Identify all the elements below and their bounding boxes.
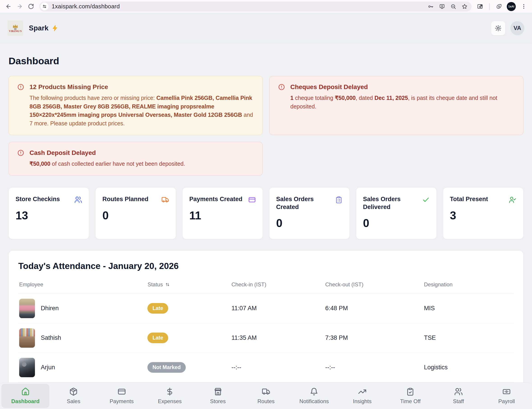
- browser-menu-button[interactable]: [518, 1, 529, 12]
- checkin-time: --:--: [231, 364, 325, 371]
- stat-label: Sales Orders Delivered: [363, 195, 419, 211]
- stat-sales-orders-delivered: Sales Orders Delivered 0: [356, 187, 436, 239]
- logo-text: VIKING'S: [9, 29, 22, 33]
- bottom-nav: Dashboard Sales Payments Expenses Stores…: [0, 382, 532, 409]
- nav-label: Notifications: [299, 398, 329, 404]
- crown-icon: [11, 23, 20, 30]
- forward-icon: [17, 3, 23, 9]
- nav-item-staff[interactable]: Staff: [434, 384, 482, 408]
- nav-item-expenses[interactable]: Expenses: [146, 384, 194, 408]
- app-header: VIKING'S Spark VA: [0, 13, 532, 43]
- stat-label: Store Checkins: [16, 195, 60, 203]
- truck-icon: [161, 196, 169, 204]
- nav-item-stores[interactable]: Stores: [194, 384, 242, 408]
- zoom-out-icon[interactable]: [450, 4, 456, 9]
- table-row[interactable]: Sathish Late 11:35 AM 7:38 PM TSE: [18, 323, 514, 353]
- checkout-time: 6:48 PM: [325, 305, 424, 312]
- checkout-time: 7:38 PM: [325, 334, 424, 341]
- nav-item-payments[interactable]: Payments: [98, 384, 146, 408]
- forward-button[interactable]: [14, 1, 25, 12]
- site-settings-button[interactable]: [41, 2, 48, 10]
- toolbar-divider: [489, 3, 490, 10]
- checkin-time: 11:35 AM: [231, 334, 325, 341]
- user-check-icon: [509, 196, 516, 204]
- nav-item-dashboard[interactable]: Dashboard: [1, 384, 49, 408]
- employee-name: Dhiren: [41, 305, 59, 312]
- browser-profile-avatar[interactable]: 1xAI: [507, 2, 516, 11]
- checkout-time: --:--: [325, 364, 424, 371]
- nav-item-routes[interactable]: Routes: [242, 384, 290, 408]
- status-badge: Late: [147, 333, 168, 343]
- employee-name: Sathish: [41, 334, 61, 341]
- install-app-icon[interactable]: [439, 4, 445, 9]
- sun-icon: [495, 25, 502, 32]
- users-icon: [454, 387, 463, 396]
- vikings-logo: VIKING'S: [8, 20, 23, 36]
- energy-leaf-icon: [496, 3, 502, 9]
- back-button[interactable]: [3, 1, 14, 12]
- nav-item-time-off[interactable]: Time Off: [386, 384, 434, 408]
- nav-label: Routes: [257, 398, 275, 404]
- home-icon: [21, 387, 30, 396]
- theme-toggle-button[interactable]: [491, 21, 505, 35]
- column-header-checkin: Check-in (IST): [231, 281, 325, 288]
- table-row[interactable]: Dhiren Late 11:07 AM 6:48 PM MIS: [18, 294, 514, 323]
- alert-body: 1 cheque totaling ₹50,000, dated Dec 11,…: [290, 94, 515, 111]
- side-panel-search-button[interactable]: [475, 1, 485, 12]
- address-bar[interactable]: 1xaispark.com/dashboard: [39, 1, 472, 11]
- user-avatar[interactable]: VA: [510, 21, 524, 35]
- alert-products-missing-price: 12 Products Missing Price The following …: [9, 76, 263, 135]
- password-key-icon[interactable]: [428, 4, 434, 9]
- employee-photo: [19, 328, 35, 348]
- alert-body: The following products have zero or miss…: [29, 94, 254, 128]
- url-input[interactable]: 1xaispark.com/dashboard: [52, 3, 425, 10]
- stat-payments-created: Payments Created 11: [182, 187, 263, 239]
- brand: Spark: [29, 24, 58, 32]
- page-title: Dashboard: [9, 56, 523, 66]
- reload-button[interactable]: [26, 1, 36, 12]
- nav-label: Sales: [67, 398, 80, 404]
- checkin-time: 11:07 AM: [231, 305, 325, 312]
- back-icon: [5, 3, 11, 9]
- reload-icon: [28, 3, 34, 9]
- bell-icon: [310, 387, 318, 396]
- stats-section: Store Checkins 13 Routes Planned 0 Payme…: [9, 187, 523, 239]
- status-badge: Not Marked: [147, 362, 185, 373]
- nav-item-insights[interactable]: Insights: [338, 384, 386, 408]
- stat-value: 11: [189, 209, 256, 222]
- nav-item-payroll[interactable]: Payroll: [483, 384, 531, 408]
- brand-name: Spark: [29, 24, 48, 32]
- nav-label: Dashboard: [11, 398, 39, 404]
- alert-title: 12 Products Missing Price: [29, 84, 108, 91]
- dollar-icon: [165, 387, 174, 396]
- credit-card-icon: [248, 196, 256, 204]
- three-dot-menu-icon: [521, 3, 527, 9]
- performance-button[interactable]: [494, 1, 504, 12]
- table-row[interactable]: Arjun Not Marked --:-- --:-- Logistics: [18, 353, 514, 382]
- credit-card-icon: [118, 387, 126, 396]
- column-header-employee: Employee: [19, 281, 147, 288]
- designation: MIS: [424, 305, 513, 312]
- column-header-status[interactable]: Status: [147, 281, 231, 288]
- side-panel-search-icon: [477, 3, 483, 9]
- stat-value: 0: [102, 209, 169, 222]
- stat-label: Sales Orders Created: [276, 195, 332, 211]
- sort-icon[interactable]: [165, 282, 170, 287]
- nav-item-notifications[interactable]: Notifications: [290, 384, 338, 408]
- nav-label: Insights: [353, 398, 372, 404]
- alert-cheques-deposit-delayed: Cheques Deposit Delayed 1 cheque totalin…: [269, 76, 523, 135]
- alert-circle-icon: [278, 84, 285, 90]
- employee-photo: [19, 358, 35, 377]
- bookmark-star-icon[interactable]: [462, 4, 468, 9]
- stat-value: 3: [450, 209, 516, 222]
- stat-value: 13: [16, 209, 82, 222]
- stat-label: Payments Created: [189, 195, 243, 203]
- stat-label: Total Present: [450, 195, 488, 203]
- check-icon: [422, 196, 430, 204]
- alert-circle-icon: [17, 84, 24, 90]
- browser-toolbar: 1xaispark.com/dashboard 1xAI: [0, 0, 532, 13]
- alert-cash-deposit-delayed: Cash Deposit Delayed ₹50,000 of cash col…: [9, 142, 263, 176]
- alerts-section: 12 Products Missing Price The following …: [9, 76, 523, 176]
- stat-sales-orders-created: Sales Orders Created 0: [269, 187, 350, 239]
- nav-item-sales[interactable]: Sales: [49, 384, 97, 408]
